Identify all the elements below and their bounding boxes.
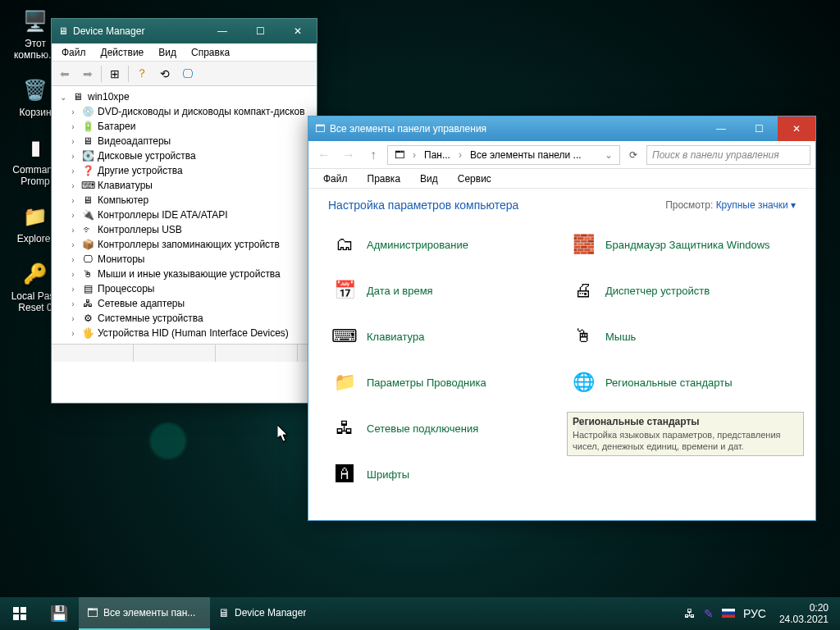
node-label: Компьютер xyxy=(98,194,148,206)
cp-titlebar[interactable]: 🗔 Все элементы панели управления — ☐ ✕ xyxy=(308,116,815,141)
cp-item-network[interactable]: 🖧Сетевые подключения xyxy=(328,412,557,445)
region-icon: 🌐 xyxy=(569,368,597,396)
taskbar-task-control-panel[interactable]: 🗔Все элементы пан... xyxy=(79,597,210,630)
view-mode[interactable]: Крупные значки ▾ xyxy=(716,199,796,211)
expand-icon[interactable]: › xyxy=(68,270,78,279)
close-button[interactable]: ✕ xyxy=(778,116,815,141)
tree-node[interactable]: ›⌨Клавиатуры xyxy=(53,178,315,193)
maximize-button[interactable]: ☐ xyxy=(241,19,279,43)
minimize-button[interactable]: — xyxy=(203,19,241,43)
expand-icon[interactable]: › xyxy=(68,181,78,190)
expand-icon[interactable]: › xyxy=(68,107,78,116)
cp-item-datetime[interactable]: 📅Дата и время xyxy=(328,274,557,307)
tree-node[interactable]: ›📦Контроллеры запоминающих устройств xyxy=(53,237,315,252)
expand-icon[interactable]: › xyxy=(68,285,78,294)
close-button[interactable]: ✕ xyxy=(279,19,317,43)
menu-Вид[interactable]: Вид xyxy=(412,171,446,186)
device-category-icon: 🖥 xyxy=(81,194,94,207)
node-label: Клавиатуры xyxy=(98,180,153,191)
tree-node[interactable]: ›▤Процессоры xyxy=(53,281,315,296)
cp-item-firewall[interactable]: 🧱Брандмауэр Защитника Windows xyxy=(567,228,796,261)
menu-Справка[interactable]: Справка xyxy=(185,45,236,60)
tray-network-icon[interactable]: 🖧 xyxy=(684,607,696,620)
tray-flag-icon[interactable] xyxy=(722,607,735,620)
expand-icon[interactable]: › xyxy=(68,152,78,161)
dm-titlebar[interactable]: 🖥 Device Manager — ☐ ✕ xyxy=(52,19,317,43)
menu-Файл[interactable]: Файл xyxy=(315,171,356,186)
expand-icon[interactable]: › xyxy=(68,314,78,323)
expand-icon[interactable]: › xyxy=(68,240,78,249)
mouse-cursor xyxy=(277,425,290,443)
help-button[interactable]: ？ xyxy=(132,64,152,84)
device-tree[interactable]: ⌄ 🖥 win10xpe ›💿DVD-дисководы и дисководы… xyxy=(52,86,317,344)
tree-node[interactable]: ›🔋Батареи xyxy=(53,119,315,134)
back-button: ⬅ xyxy=(55,64,75,84)
tree-node[interactable]: ›🖥Компьютер xyxy=(53,193,315,208)
expand-icon[interactable]: › xyxy=(68,255,78,264)
device-manager-window: 🖥 Device Manager — ☐ ✕ ФайлДействиеВидСп… xyxy=(51,18,317,404)
node-label: Мониторы xyxy=(98,253,144,265)
tray-clock[interactable]: 0:20 24.03.2021 xyxy=(774,602,833,626)
tree-node[interactable]: ›ᯤКонтроллеры USB xyxy=(53,222,315,237)
search-input[interactable]: Поиск в панели управления xyxy=(646,145,810,165)
tree-node[interactable]: ›🖵Мониторы xyxy=(53,252,315,267)
cp-item-system[interactable]: 💻СистемаРегиональные стандартыНастройка … xyxy=(567,412,796,445)
view-button[interactable]: 🖵 xyxy=(178,64,198,84)
svg-rect-4 xyxy=(722,609,735,612)
cp-item-mouse[interactable]: 🖱Мышь xyxy=(567,320,796,353)
expand-icon[interactable]: › xyxy=(68,122,78,131)
icon-label: Explorer xyxy=(17,233,54,244)
collapse-icon[interactable]: ⌄ xyxy=(58,93,68,102)
tree-node[interactable]: ›🖧Сетевые адаптеры xyxy=(53,296,315,311)
view-selector[interactable]: Просмотр: Крупные значки ▾ xyxy=(665,199,796,211)
menu-Сервис[interactable]: Сервис xyxy=(450,171,500,186)
tree-node[interactable]: ›💽Дисковые устройства xyxy=(53,148,315,163)
start-button[interactable] xyxy=(0,597,39,630)
cp-item-keyboard[interactable]: ⌨Клавиатура xyxy=(328,320,557,353)
nav-up[interactable]: ↑ xyxy=(363,144,384,166)
tree-root[interactable]: ⌄ 🖥 win10xpe xyxy=(53,89,315,104)
cp-item-region[interactable]: 🌐Региональные стандарты xyxy=(567,366,796,399)
cp-item-devmgr[interactable]: 🖨Диспетчер устройств xyxy=(567,274,796,307)
minimize-button[interactable]: — xyxy=(702,116,740,141)
breadcrumb-part2[interactable]: Все элементы панели ... xyxy=(467,149,585,161)
tree-node[interactable]: ›⚙Системные устройства xyxy=(53,311,315,326)
taskbar-task-device-manager[interactable]: 🖥Device Manager xyxy=(210,597,341,630)
breadcrumb[interactable]: 🗔› Пан...› Все элементы панели ... ⌄ xyxy=(387,145,620,165)
cp-item-fonts[interactable]: 🅰Шрифты xyxy=(328,458,557,491)
tree-node[interactable]: ›❓Другие устройства xyxy=(53,163,315,178)
breadcrumb-part1[interactable]: Пан... xyxy=(421,149,454,161)
expand-icon[interactable]: › xyxy=(68,329,78,338)
device-category-icon: 🖧 xyxy=(81,297,94,310)
tray-language[interactable]: РУС xyxy=(743,607,766,620)
expand-icon[interactable]: › xyxy=(68,196,78,205)
expand-icon[interactable]: › xyxy=(68,299,78,308)
nav-forward: → xyxy=(338,144,359,166)
show-hidden-button[interactable]: ⊞ xyxy=(105,64,125,84)
cp-item-admin[interactable]: 🗂Администрирование xyxy=(328,228,557,261)
scan-button[interactable]: ⟲ xyxy=(155,64,175,84)
tray-pen-icon[interactable]: ✎ xyxy=(704,607,714,620)
pinned-app[interactable]: 💾 xyxy=(39,597,79,630)
expand-icon[interactable]: › xyxy=(68,137,78,146)
menu-Файл[interactable]: Файл xyxy=(55,45,93,60)
tree-node[interactable]: ›💿DVD-дисководы и дисководы компакт-диск… xyxy=(53,104,315,119)
cp-item-label: Параметры Проводника xyxy=(367,377,486,389)
cp-item-explorer-opts[interactable]: 📁Параметры Проводника xyxy=(328,366,557,399)
menu-Вид[interactable]: Вид xyxy=(152,45,183,60)
expand-icon[interactable]: › xyxy=(68,211,78,220)
maximize-button[interactable]: ☐ xyxy=(740,116,778,141)
expand-icon[interactable]: › xyxy=(68,167,78,176)
refresh-button[interactable]: ⟳ xyxy=(623,145,643,165)
devmgr-icon: 🖨 xyxy=(569,276,597,304)
chevron-down-icon[interactable]: ⌄ xyxy=(601,149,616,161)
svg-rect-3 xyxy=(21,614,26,620)
cp-item-label: Шрифты xyxy=(367,468,409,481)
tree-node[interactable]: ›🖱Мыши и иные указывающие устройства xyxy=(53,267,315,281)
tree-node[interactable]: ›🔌Контроллеры IDE ATA/ATAPI xyxy=(53,208,315,222)
menu-Правка[interactable]: Правка xyxy=(359,171,409,186)
menu-Действие[interactable]: Действие xyxy=(94,45,151,60)
tree-node[interactable]: ›🖐Устройства HID (Human Interface Device… xyxy=(53,326,315,340)
expand-icon[interactable]: › xyxy=(68,226,78,235)
tree-node[interactable]: ›🖥Видеоадаптеры xyxy=(53,134,315,148)
